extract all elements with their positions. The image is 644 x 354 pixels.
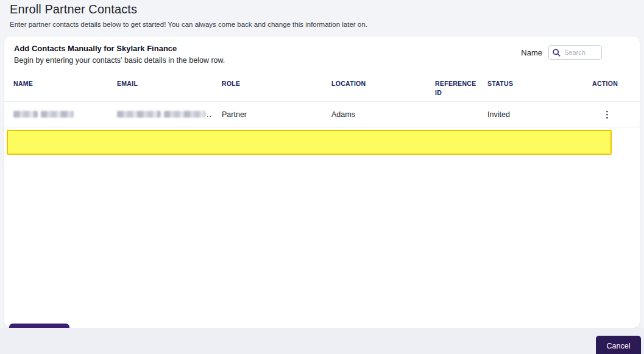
search-box[interactable] (548, 45, 602, 60)
name-search: Name (521, 45, 602, 60)
column-header-role: ROLE (222, 79, 331, 97)
column-header-status: STATUS (487, 79, 592, 97)
card-title: Add Contacts Manually for Skylark Financ… (14, 44, 225, 53)
column-header-reference-id: REFERENCE ID (435, 79, 487, 97)
cell-action: ⋮ (592, 110, 640, 119)
magnifier-icon (553, 49, 561, 57)
column-header-email: EMAIL (117, 79, 222, 97)
card-subtitle: Begin by entering your contacts' basic d… (14, 56, 225, 65)
table-header-row: NAME EMAIL ROLE LOCATION REFERENCE ID ST… (4, 79, 640, 102)
page-title: Enroll Partner Contacts (10, 2, 634, 16)
column-header-name: NAME (13, 79, 117, 97)
cell-email: .. (117, 110, 222, 119)
redacted-email-text (117, 111, 161, 118)
add-contacts-card: Add Contacts Manually for Skylark Financ… (4, 37, 640, 328)
cell-role: Partner (222, 110, 331, 119)
footer-bar: Cancel (0, 328, 644, 354)
table-row: .. Partner Adams Invited ⋮ (4, 102, 640, 127)
redacted-name-text (13, 111, 38, 118)
page-header: Enroll Partner Contacts Enter partner co… (0, 0, 644, 28)
cell-name (13, 111, 117, 118)
search-input[interactable] (564, 49, 598, 56)
new-contact-entry-row-highlighted[interactable] (7, 130, 612, 155)
cancel-button[interactable]: Cancel (596, 336, 641, 354)
redacted-name-text-2 (41, 111, 74, 118)
column-header-location: LOCATION (331, 79, 435, 97)
card-header-text: Add Contacts Manually for Skylark Financ… (14, 44, 225, 65)
page-subtitle: Enter partner contacts details below to … (10, 21, 634, 28)
search-label: Name (521, 48, 542, 57)
card-header: Add Contacts Manually for Skylark Financ… (4, 37, 640, 65)
column-header-action: ACTION (592, 79, 640, 97)
email-truncation: .. (207, 110, 212, 119)
cell-status: Invited (487, 110, 592, 119)
cell-location: Adams (331, 110, 435, 119)
enroll-partner-contacts-page: Enroll Partner Contacts Enter partner co… (0, 0, 644, 354)
kebab-menu-icon[interactable]: ⋮ (603, 110, 612, 119)
redacted-email-text-2 (164, 111, 205, 118)
